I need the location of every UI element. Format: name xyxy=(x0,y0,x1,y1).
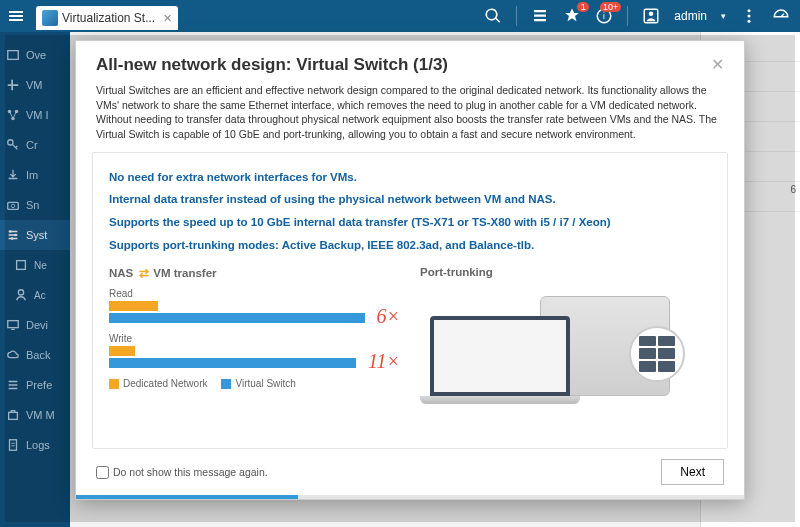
legend-swatch xyxy=(109,379,119,389)
progress-fill xyxy=(76,495,298,499)
separator xyxy=(627,6,628,26)
port-trunking-col: Port-trunking xyxy=(420,266,711,406)
checkbox[interactable] xyxy=(96,466,109,479)
svg-point-5 xyxy=(748,15,751,18)
bar-dedicated xyxy=(109,346,135,356)
device-illustration xyxy=(420,286,680,406)
bar-label: Write xyxy=(109,333,400,344)
svg-point-4 xyxy=(748,9,751,12)
charts-row: NAS ⇄ VM transfer Read 6× Write 11× Dedi… xyxy=(109,266,711,406)
progress-bar xyxy=(76,495,744,499)
feature-item: Internal data transfer instead of using … xyxy=(109,189,711,210)
chart-title: Port-trunking xyxy=(420,266,711,278)
bar-label: Read xyxy=(109,288,400,299)
close-icon[interactable]: ✕ xyxy=(163,12,172,25)
search-icon[interactable] xyxy=(484,7,502,25)
read-bars: Read 6× xyxy=(109,288,400,323)
topbar: Virtualization St... ✕ 1 i10+ admin ▾ xyxy=(0,0,800,32)
notify-badge: 10+ xyxy=(600,2,621,12)
chevron-down-icon[interactable]: ▾ xyxy=(721,11,726,21)
feature-item: Supports port-trunking modes: Active Bac… xyxy=(109,235,711,256)
write-bars: Write 11× xyxy=(109,333,400,368)
bar-vswitch xyxy=(109,313,365,323)
arrows-icon: ⇄ xyxy=(139,266,147,280)
svg-text:i: i xyxy=(603,12,605,21)
tasks-icon[interactable] xyxy=(531,7,549,25)
transfer-chart: NAS ⇄ VM transfer Read 6× Write 11× Dedi… xyxy=(109,266,400,406)
dashboard-icon[interactable] xyxy=(772,7,790,25)
laptop-icon xyxy=(420,316,580,411)
notify-icon[interactable]: i10+ xyxy=(595,7,613,25)
menu-button[interactable] xyxy=(0,0,32,32)
intro-modal: All-new network design: Virtual Switch (… xyxy=(75,40,745,500)
separator xyxy=(516,6,517,26)
news-badge: 1 xyxy=(577,2,589,12)
bar-vswitch xyxy=(109,358,356,368)
feature-item: Supports the speed up to 10 GbE internal… xyxy=(109,212,711,233)
user-label[interactable]: admin xyxy=(674,9,707,23)
user-icon[interactable] xyxy=(642,7,660,25)
modal-header: All-new network design: Virtual Switch (… xyxy=(76,41,744,83)
close-icon[interactable]: ✕ xyxy=(711,55,724,75)
chart-title: NAS ⇄ VM transfer xyxy=(109,266,400,280)
app-tab[interactable]: Virtualization St... ✕ xyxy=(36,6,178,30)
modal-description: Virtual Switches are an efficient and ef… xyxy=(76,83,744,152)
multiplier: 6× xyxy=(377,305,401,328)
legend: Dedicated Network Virtual Switch xyxy=(109,378,400,389)
topbar-right: 1 i10+ admin ▾ xyxy=(484,6,800,26)
modal-footer: Do not show this message again. Next xyxy=(76,449,744,495)
app-icon xyxy=(42,10,58,26)
bar-dedicated xyxy=(109,301,158,311)
svg-point-6 xyxy=(748,20,751,23)
feature-list: No need for extra network interfaces for… xyxy=(109,167,711,256)
legend-swatch xyxy=(221,379,231,389)
ports-magnifier-icon xyxy=(629,326,685,382)
news-icon[interactable]: 1 xyxy=(563,7,581,25)
modal-body: No need for extra network interfaces for… xyxy=(92,152,728,449)
feature-item: No need for extra network interfaces for… xyxy=(109,167,711,188)
modal-title: All-new network design: Virtual Switch (… xyxy=(96,55,448,75)
dont-show-checkbox[interactable]: Do not show this message again. xyxy=(96,466,268,479)
svg-point-3 xyxy=(649,12,654,17)
next-button[interactable]: Next xyxy=(661,459,724,485)
tab-title: Virtualization St... xyxy=(62,11,155,25)
more-icon[interactable] xyxy=(740,7,758,25)
multiplier: 11× xyxy=(368,350,400,373)
